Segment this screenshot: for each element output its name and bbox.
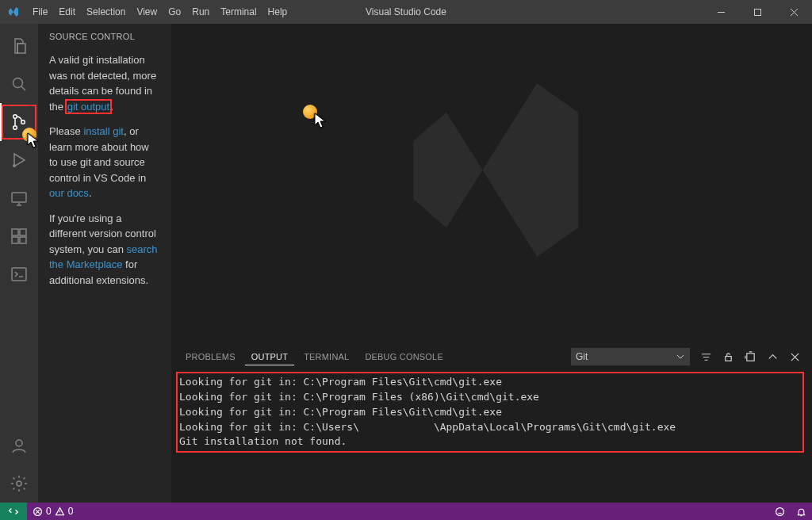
warning-icon — [55, 507, 65, 517]
output-filter-icon[interactable] — [696, 348, 715, 365]
annotation-cursor-right — [314, 113, 328, 132]
menu-edit[interactable]: Edit — [53, 0, 81, 24]
output-text: Looking for git in: C:\Program Files\Git… — [176, 372, 804, 453]
title-bar: File Edit Selection View Go Run Terminal… — [0, 0, 812, 24]
panel-maximize-icon[interactable] — [763, 348, 782, 365]
svg-point-13 — [17, 481, 21, 486]
output-lock-icon[interactable] — [718, 348, 737, 365]
output-channel-value: Git — [576, 351, 588, 362]
remote-indicator[interactable] — [0, 503, 27, 520]
svg-rect-9 — [20, 237, 26, 243]
vscode-logo-icon — [0, 6, 27, 18]
output-area[interactable]: Looking for git in: C:\Program Files\Git… — [171, 369, 812, 503]
svg-point-1 — [13, 78, 23, 88]
svg-point-2 — [13, 115, 17, 119]
activity-bar — [0, 24, 38, 503]
svg-point-4 — [21, 120, 25, 124]
activity-settings[interactable] — [0, 465, 38, 503]
activity-extensions[interactable] — [0, 217, 38, 255]
menu-file[interactable]: File — [27, 0, 53, 24]
menu-run[interactable]: Run — [186, 0, 215, 24]
tab-debug-console[interactable]: DEBUG CONSOLE — [358, 349, 450, 365]
menu-view[interactable]: View — [131, 0, 163, 24]
our-docs-link[interactable]: our docs — [49, 187, 89, 199]
activity-remote-explorer[interactable] — [0, 179, 38, 217]
panel-close-icon[interactable] — [785, 348, 804, 365]
panel-tabs: PROBLEMS OUTPUT TERMINAL DEBUG CONSOLE G… — [171, 345, 812, 369]
status-bar: 0 0 — [0, 503, 812, 520]
svg-rect-7 — [12, 229, 18, 235]
svg-rect-11 — [12, 268, 26, 281]
menu-go[interactable]: Go — [163, 0, 186, 24]
svg-rect-6 — [12, 193, 26, 202]
status-notifications[interactable] — [791, 503, 812, 520]
maximize-button[interactable] — [739, 0, 776, 24]
vscode-window: File Edit Selection View Go Run Terminal… — [0, 0, 812, 520]
menu-help[interactable]: Help — [262, 0, 293, 24]
minimize-button[interactable] — [703, 0, 739, 24]
install-git-link[interactable]: install git — [83, 125, 124, 137]
svg-point-5 — [13, 164, 16, 167]
svg-rect-8 — [12, 237, 18, 243]
error-icon — [33, 507, 43, 517]
tab-terminal[interactable]: TERMINAL — [297, 349, 355, 365]
editor-group: PROBLEMS OUTPUT TERMINAL DEBUG CONSOLE G… — [171, 24, 812, 503]
chevron-down-icon — [676, 352, 685, 361]
source-control-sidebar: SOURCE CONTROL A valid git installation … — [38, 24, 171, 503]
svg-point-17 — [776, 507, 784, 515]
svg-rect-14 — [725, 356, 731, 361]
tab-problems[interactable]: PROBLEMS — [179, 349, 242, 365]
svg-rect-10 — [20, 229, 26, 235]
scm-message-1: A valid git installation was not detecte… — [49, 52, 160, 114]
bottom-panel: PROBLEMS OUTPUT TERMINAL DEBUG CONSOLE G… — [171, 344, 812, 503]
output-channel-select[interactable]: Git — [571, 348, 690, 365]
git-output-link[interactable]: git output — [67, 101, 111, 113]
sidebar-title: SOURCE CONTROL — [38, 24, 171, 48]
scm-message-3: If you're using a different version cont… — [49, 211, 160, 289]
activity-run-debug[interactable] — [0, 141, 38, 179]
tab-output[interactable]: OUTPUT — [245, 349, 294, 365]
activity-accounts[interactable] — [0, 426, 38, 465]
bell-icon — [796, 507, 806, 517]
svg-rect-15 — [746, 353, 753, 360]
close-window-button[interactable] — [776, 0, 812, 24]
menu-terminal[interactable]: Terminal — [215, 0, 262, 24]
editor-empty — [171, 24, 812, 344]
svg-point-3 — [13, 126, 17, 130]
menu-bar: File Edit Selection View Go Run Terminal… — [27, 0, 293, 24]
activity-search[interactable] — [0, 65, 38, 103]
status-problems[interactable]: 0 0 — [27, 503, 79, 520]
status-feedback[interactable] — [769, 503, 791, 520]
feedback-icon — [775, 507, 785, 517]
menu-selection[interactable]: Selection — [81, 0, 131, 24]
scm-message-2: Please install git, or learn more about … — [49, 124, 160, 201]
activity-source-control[interactable] — [0, 103, 38, 141]
activity-explorer[interactable] — [0, 27, 38, 65]
output-clear-icon[interactable] — [741, 348, 760, 365]
svg-point-12 — [16, 440, 22, 446]
activity-terminal-misc[interactable] — [0, 255, 38, 293]
vscode-watermark-icon — [389, 67, 595, 275]
svg-rect-0 — [754, 9, 760, 15]
